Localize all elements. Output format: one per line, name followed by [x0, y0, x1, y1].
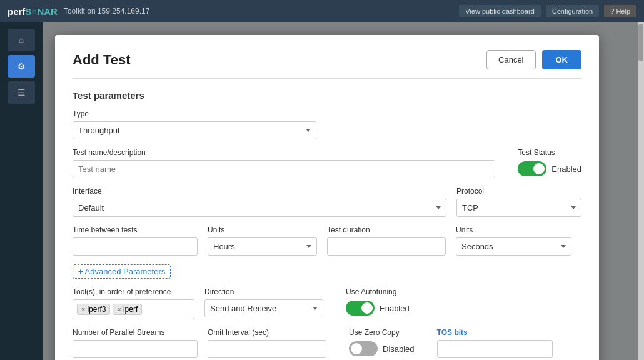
type-label: Type	[73, 109, 316, 118]
interface-select[interactable]: Default	[73, 199, 446, 217]
direction-label: Direction	[204, 288, 323, 296]
time-units-select[interactable]: Hours Minutes Seconds	[208, 238, 317, 256]
autotuning-toggle-wrapper: Enabled	[346, 301, 410, 316]
test-status-toggle[interactable]	[518, 161, 546, 176]
omit-interval-input[interactable]	[208, 340, 326, 358]
time-between-input[interactable]: 6	[73, 238, 198, 256]
scrollbar-thumb[interactable]	[638, 24, 643, 61]
modal-header: Add Test Cancel OK	[73, 50, 581, 79]
tag-iperf3-label: iperf3	[87, 305, 106, 314]
zero-copy-toggle-wrapper: Disabled	[349, 341, 415, 356]
interface-label: Interface	[73, 187, 446, 196]
tag-iperf3-remove[interactable]: ×	[81, 306, 85, 313]
sidebar: ⌂ ⚙ ☰	[0, 22, 43, 360]
testname-label: Test name/description	[73, 148, 495, 157]
tools-label: Tool(s), in order of preference	[73, 288, 194, 296]
section-title: Test parameters	[73, 90, 581, 101]
time-units-group: Units Hours Minutes Seconds	[208, 226, 317, 256]
sidebar-home-icon[interactable]: ⌂	[8, 29, 35, 51]
tools-direction-row: Tool(s), in order of preference × iperf3…	[73, 288, 581, 319]
autotuning-label: Use Autotuning	[346, 288, 410, 296]
sidebar-tests-icon[interactable]: ⚙	[8, 55, 35, 78]
test-duration-input[interactable]: 20	[327, 238, 446, 256]
omit-interval-label: Omit Interval (sec)	[208, 328, 326, 337]
test-status-label: Test Status	[518, 148, 581, 157]
tag-iperf3[interactable]: × iperf3	[77, 304, 110, 315]
direction-select[interactable]: Send and Receive Send Receive	[204, 299, 323, 318]
autotuning-value: Enabled	[380, 304, 410, 313]
tag-iperf-remove[interactable]: ×	[117, 306, 121, 313]
type-group: Type Throughput Latency Packet Loss Trac…	[73, 109, 316, 139]
view-dashboard-button[interactable]: View public dashboard	[459, 5, 540, 18]
zero-copy-slider	[349, 341, 378, 356]
testname-group: Test name/description	[73, 148, 495, 178]
protocol-select[interactable]: TCP UDP	[456, 199, 581, 217]
zero-copy-label: Use Zero Copy	[349, 328, 415, 337]
main-content: Add Test Cancel OK Test parameters Type …	[43, 22, 644, 360]
zero-copy-value: Disabled	[383, 344, 415, 354]
toolkit-info: Toolkit on 159.254.169.17	[64, 7, 149, 16]
modal-overlay: Add Test Cancel OK Test parameters Type …	[43, 22, 644, 360]
timing-row: Time between tests 6 Units Hours Minutes…	[73, 226, 581, 256]
type-select[interactable]: Throughput Latency Packet Loss Tracerout…	[73, 121, 316, 139]
test-duration-group: Test duration 20	[327, 226, 446, 256]
test-status-toggle-wrapper: Enabled	[518, 161, 581, 176]
autotuning-slider	[346, 301, 375, 316]
test-status-slider	[518, 161, 546, 176]
duration-units-group: Units Seconds Minutes Hours	[456, 226, 571, 256]
tos-bits-group: TOS bits 0	[437, 328, 553, 358]
scrollbar-track	[638, 22, 644, 360]
duration-units-select[interactable]: Seconds Minutes Hours	[456, 238, 571, 256]
duration-units-label: Units	[456, 226, 571, 234]
topbar-left: perfS○NAR Toolkit on 159.254.169.17	[8, 6, 149, 17]
topbar: perfS○NAR Toolkit on 159.254.169.17 View…	[0, 0, 644, 22]
time-between-group: Time between tests 6	[73, 226, 198, 256]
time-units-label: Units	[208, 226, 317, 234]
tools-tags-container[interactable]: × iperf3 × iperf	[73, 299, 194, 319]
testname-row: Test name/description Test Status Enable…	[73, 148, 581, 178]
modal-actions: Cancel OK	[486, 50, 581, 69]
test-duration-label: Test duration	[327, 226, 446, 234]
plus-icon: +	[78, 267, 83, 276]
test-status-value: Enabled	[551, 164, 581, 174]
extra-options-row: Number of Parallel Streams Omit Interval…	[73, 328, 581, 358]
configuration-button[interactable]: Configuration	[546, 5, 599, 18]
add-test-modal: Add Test Cancel OK Test parameters Type …	[55, 35, 599, 360]
advanced-label: Advanced Parameters	[85, 267, 166, 276]
tools-group: Tool(s), in order of preference × iperf3…	[73, 288, 194, 319]
topbar-right: View public dashboard Configuration ? He…	[459, 5, 636, 18]
autotuning-toggle[interactable]	[346, 301, 375, 316]
tag-iperf[interactable]: × iperf	[113, 304, 142, 315]
tos-bits-input[interactable]: 0	[437, 340, 553, 358]
interface-group: Interface Default	[73, 187, 446, 217]
zero-copy-toggle[interactable]	[349, 341, 378, 356]
tos-bits-label: TOS bits	[437, 328, 553, 337]
time-between-label: Time between tests	[73, 226, 198, 234]
sidebar-stats-icon[interactable]: ☰	[8, 81, 35, 104]
tag-iperf-label: iperf	[123, 305, 138, 314]
testname-input[interactable]	[73, 160, 495, 178]
protocol-label: Protocol	[456, 187, 581, 196]
direction-group: Direction Send and Receive Send Receive	[204, 288, 323, 318]
modal-title: Add Test	[73, 52, 130, 68]
advanced-parameters-link[interactable]: + Advanced Parameters	[73, 264, 171, 279]
omit-interval-group: Omit Interval (sec)	[208, 328, 326, 358]
interface-protocol-row: Interface Default Protocol TCP UDP	[73, 187, 581, 217]
parallel-streams-input[interactable]	[73, 340, 198, 358]
layout: ⌂ ⚙ ☰ Add Test Cancel OK Test parameters	[0, 22, 644, 360]
cancel-button[interactable]: Cancel	[486, 50, 535, 69]
parallel-streams-label: Number of Parallel Streams	[73, 328, 198, 337]
type-row: Type Throughput Latency Packet Loss Trac…	[73, 109, 581, 139]
test-status-group: Test Status Enabled	[518, 148, 581, 178]
zero-copy-group: Use Zero Copy Disabled	[349, 328, 415, 356]
autotuning-group: Use Autotuning Enabled	[346, 288, 410, 316]
logo: perfS○NAR	[8, 6, 58, 17]
help-button[interactable]: ? Help	[604, 5, 636, 18]
ok-button[interactable]: OK	[542, 50, 582, 69]
parallel-streams-group: Number of Parallel Streams	[73, 328, 198, 358]
protocol-group: Protocol TCP UDP	[456, 187, 581, 217]
